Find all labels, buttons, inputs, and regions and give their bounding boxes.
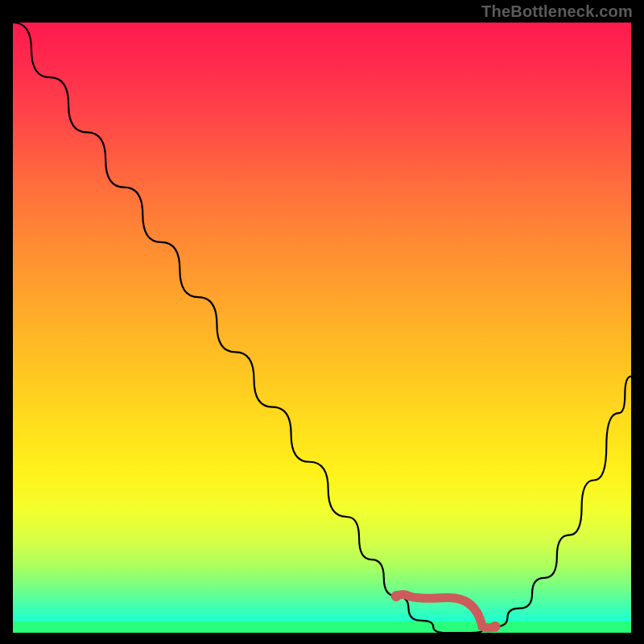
optimal-marker-start <box>391 591 402 601</box>
chart-stage: TheBottleneck.com <box>0 0 644 644</box>
bottleneck-curve <box>13 23 631 633</box>
chart-svg <box>13 23 631 633</box>
plot-area <box>13 23 631 633</box>
optimal-marker-end <box>490 621 501 632</box>
watermark-text: TheBottleneck.com <box>481 3 633 19</box>
optimal-marker-segment <box>396 595 495 628</box>
